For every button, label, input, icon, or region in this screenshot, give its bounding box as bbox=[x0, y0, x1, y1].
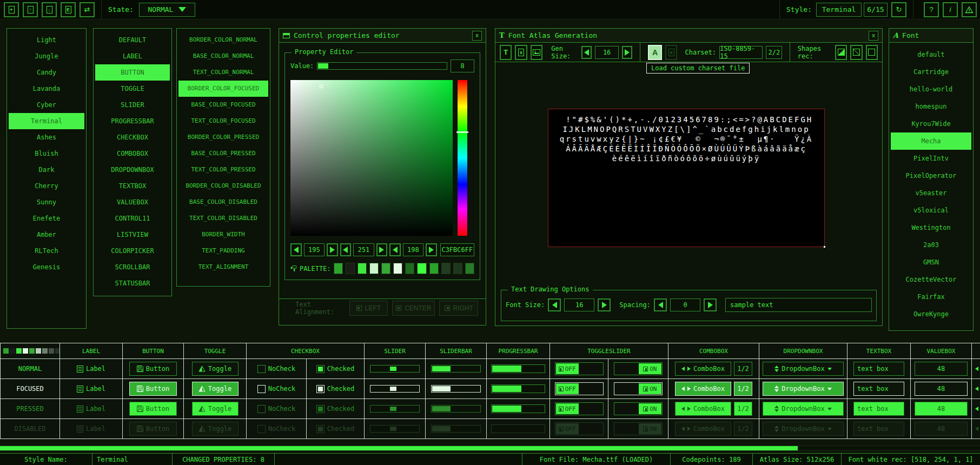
combobox-widget[interactable]: ComboBox1/2 bbox=[668, 399, 759, 418]
export-atlas-image-button[interactable] bbox=[531, 45, 542, 60]
palette-swatch[interactable] bbox=[417, 263, 426, 274]
color-panel-cursor[interactable] bbox=[320, 85, 323, 88]
style-list-item[interactable]: Candy bbox=[9, 64, 84, 81]
property-list-item[interactable]: BASE_COLOR_FOCUSED bbox=[178, 97, 268, 113]
property-list-item[interactable]: TEXT_PADDING bbox=[178, 243, 268, 259]
close-icon[interactable]: x bbox=[869, 31, 878, 41]
sample-text-input[interactable] bbox=[725, 298, 872, 312]
control-list-item[interactable]: COLORPICKER bbox=[95, 243, 170, 259]
style-list-item[interactable]: Bluish bbox=[9, 145, 84, 162]
palette-swatch[interactable] bbox=[405, 263, 414, 274]
control-list-item[interactable]: DROPDOWNBOX bbox=[95, 162, 170, 178]
info-button[interactable]: i bbox=[943, 2, 958, 17]
font-list-item[interactable]: PixelOperator bbox=[891, 167, 971, 184]
blue-decrease-button[interactable] bbox=[389, 243, 401, 256]
font-list-item[interactable]: Fairfax bbox=[891, 288, 971, 305]
button-widget[interactable]: Button bbox=[123, 399, 183, 418]
font-list-item[interactable]: 2a03 bbox=[891, 236, 971, 254]
valuebox-widget[interactable]: 48 bbox=[911, 359, 971, 378]
valuebox-widget[interactable]: 48 bbox=[911, 419, 971, 439]
help-button[interactable]: ? bbox=[924, 2, 939, 17]
style-list-item[interactable]: Enefete bbox=[9, 210, 84, 227]
palette-swatch[interactable] bbox=[393, 263, 402, 274]
font-list-item[interactable]: PixelIntv bbox=[891, 150, 971, 167]
shapes-rec-half-button[interactable] bbox=[835, 45, 847, 60]
font-list-item[interactable]: hello-world bbox=[891, 81, 971, 98]
green-decrease-button[interactable] bbox=[340, 243, 352, 256]
property-list-item[interactable]: BASE_COLOR_NORMAL bbox=[178, 48, 268, 64]
palette-swatch[interactable] bbox=[381, 263, 390, 274]
toggle-widget[interactable]: Toggle bbox=[184, 379, 246, 398]
property-list-item[interactable]: BASE_COLOR_PRESSED bbox=[178, 145, 268, 162]
textbox-widget[interactable]: text box bbox=[847, 359, 910, 378]
combobox-widget[interactable]: ComboBox1/2 bbox=[668, 359, 759, 378]
sliderbar-widget[interactable] bbox=[426, 399, 486, 418]
font-list-item[interactable]: OwreKynge bbox=[891, 305, 971, 323]
load-style-button[interactable]: ↑ bbox=[23, 2, 38, 17]
checkbox-widget[interactable]: NoCheck bbox=[247, 379, 306, 398]
save-style-button[interactable]: ↓ bbox=[42, 2, 57, 17]
new-style-button[interactable]: + bbox=[4, 2, 19, 17]
font-list-item[interactable]: Kyrou7Wide bbox=[891, 115, 971, 132]
dropdownbox-widget[interactable]: DropdownBox bbox=[759, 359, 847, 378]
font-list-item[interactable]: GMSN bbox=[891, 254, 971, 271]
palette-swatch[interactable] bbox=[369, 263, 379, 274]
style-list-item[interactable]: Ashes bbox=[9, 129, 84, 145]
red-increase-button[interactable] bbox=[327, 243, 338, 256]
font-list-item[interactable]: v5loxical bbox=[891, 202, 971, 219]
font-list-item[interactable]: CozetteVector bbox=[891, 271, 971, 288]
close-icon[interactable]: x bbox=[472, 31, 482, 41]
sliderbar-widget[interactable] bbox=[426, 419, 486, 439]
checkbox-widget[interactable]: NoCheck bbox=[247, 399, 306, 418]
textbox-widget[interactable]: text box bbox=[847, 399, 910, 418]
blue-value-box[interactable]: 198 bbox=[403, 243, 423, 256]
control-list-item[interactable]: TOGGLE bbox=[95, 81, 170, 97]
style-list-item[interactable]: Dark bbox=[9, 162, 84, 178]
dropdownbox-widget[interactable]: DropdownBox bbox=[759, 379, 847, 398]
toggleslider-widget[interactable]: ON bbox=[608, 359, 668, 378]
button-widget[interactable]: Button bbox=[123, 379, 183, 398]
slider-widget[interactable] bbox=[365, 359, 425, 378]
button-widget[interactable]: Button bbox=[123, 359, 183, 378]
reload-style-button[interactable]: ↻ bbox=[891, 2, 906, 17]
toggleslider-widget[interactable]: ON bbox=[608, 379, 668, 398]
value-slider[interactable] bbox=[317, 62, 447, 70]
style-list-item[interactable]: Cherry bbox=[9, 178, 84, 194]
font-atlas-preview[interactable]: !"#$%&'()*+,-./0123456789:;<=>?@ABCDEFGH… bbox=[548, 109, 825, 247]
font-atlas-titlebar[interactable]: T Font Atlas Generation x bbox=[495, 29, 882, 43]
style-list-item[interactable]: Genesis bbox=[9, 259, 84, 275]
toggleslider-widget[interactable]: OFF bbox=[550, 379, 608, 398]
unload-font-button[interactable]: x bbox=[515, 45, 527, 60]
font-size-increase[interactable] bbox=[598, 298, 611, 311]
slider-widget[interactable] bbox=[365, 419, 425, 439]
hex-value-box[interactable]: C3FBC6FF bbox=[440, 243, 474, 256]
button-widget[interactable]: Button bbox=[123, 419, 183, 439]
shapes-rec-empty-button[interactable] bbox=[866, 45, 878, 60]
style-list-item-selected[interactable]: Terminal bbox=[9, 113, 84, 129]
style-list-item[interactable]: Cyber bbox=[9, 97, 84, 113]
palette-swatch[interactable] bbox=[357, 263, 367, 274]
property-list-item[interactable]: TEXT_ALIGNMENT bbox=[178, 259, 268, 275]
property-list-item[interactable]: BASE_COLOR_DISABLED bbox=[178, 194, 268, 210]
font-size-decrease[interactable] bbox=[548, 298, 561, 311]
charset-pages-box[interactable]: 2/2 bbox=[766, 46, 782, 59]
red-value-box[interactable]: 195 bbox=[304, 243, 325, 256]
toggleslider-widget[interactable]: ON bbox=[608, 419, 668, 439]
checkbox-widget[interactable]: Checked bbox=[307, 379, 364, 398]
valuebox-widget[interactable]: 48 bbox=[911, 379, 971, 398]
toggleslider-widget[interactable]: OFF bbox=[550, 399, 608, 418]
textbox-widget[interactable]: text box bbox=[847, 419, 910, 439]
state-dropdown[interactable]: NORMAL bbox=[139, 3, 195, 17]
issue-report-button[interactable] bbox=[962, 2, 977, 17]
spacing-value-box[interactable]: 0 bbox=[670, 298, 700, 311]
green-value-box[interactable]: 251 bbox=[353, 243, 374, 256]
checkbox-widget[interactable]: NoCheck bbox=[247, 359, 306, 378]
control-list-item[interactable]: DEFAULT bbox=[95, 32, 170, 48]
font-list-item[interactable]: homespun bbox=[891, 98, 971, 115]
combobox-widget[interactable]: ComboBox1/2 bbox=[668, 419, 759, 439]
value-box[interactable]: 8 bbox=[451, 59, 474, 72]
control-list-item[interactable]: COMBOBOX bbox=[95, 145, 170, 162]
control-list-item[interactable]: TEXTBOX bbox=[95, 178, 170, 194]
checkbox-widget[interactable]: Checked bbox=[307, 419, 364, 439]
toggle-widget[interactable]: Toggle bbox=[184, 359, 246, 378]
